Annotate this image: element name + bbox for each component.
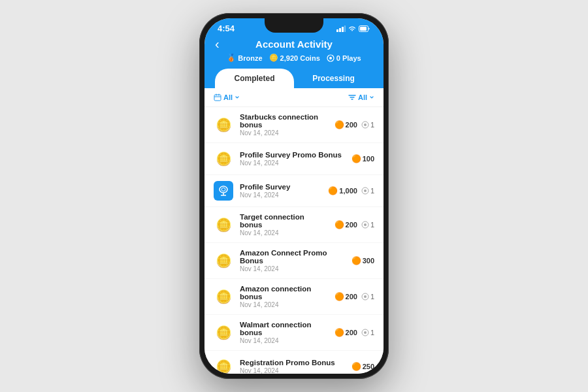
coins-reward: 🟠 200 [335, 220, 357, 229]
item-details: Registration Promo Bonus Nov 14, 2024 [240, 359, 345, 374]
coins-icon: 🪙 [269, 54, 278, 62]
plays-reward: 1 [361, 187, 374, 195]
item-details: Walmart connection bonus Nov 14, 2024 [240, 321, 328, 344]
svg-point-13 [364, 123, 367, 126]
item-details: Starbucks connection bonus Nov 14, 2024 [240, 113, 328, 137]
activity-item-6: 🪙 Amazon connection bonus Nov 14, 2024 🟠… [204, 279, 384, 315]
svg-rect-5 [360, 27, 367, 31]
coins-amount: 100 [363, 155, 374, 163]
item-date: Nov 14, 2024 [240, 301, 328, 308]
calendar-icon [214, 93, 221, 101]
item-rewards: 🟠 250 [351, 362, 374, 371]
plays-stat: 0 Plays [327, 54, 361, 62]
item-rewards: 🟠 300 [351, 256, 374, 265]
item-name: Profile Survey Promo Bonus [240, 151, 345, 159]
svg-rect-0 [336, 29, 338, 32]
header: ‹ Account Activity 🥉 Bronze 🪙 2,920 Coin… [204, 36, 384, 69]
coins-reward: 🟠 100 [351, 154, 374, 163]
plays-reward: 1 [361, 221, 374, 229]
item-date: Nov 14, 2024 [240, 265, 345, 272]
tabs-container: Completed Processing [204, 69, 384, 88]
coin-icon: 🟠 [351, 154, 361, 163]
play-circle-icon [361, 121, 369, 129]
activity-list: 🪙 Starbucks connection bonus Nov 14, 202… [204, 107, 384, 374]
item-name: Target connection bonus [240, 213, 328, 229]
coins-reward: 🟠 250 [351, 362, 374, 371]
plays-value: 0 Plays [336, 54, 361, 62]
phone-notch [265, 18, 323, 33]
coin-icon: 🟠 [335, 328, 344, 337]
content-area[interactable]: All All 🪙 Sta [204, 88, 384, 374]
plays-count: 1 [370, 329, 374, 336]
item-rewards: 🟠 100 [351, 154, 374, 163]
coins-amount: 1,000 [339, 187, 357, 195]
item-date: Nov 14, 2024 [240, 191, 321, 199]
tab-processing[interactable]: Processing [294, 69, 373, 88]
coins-value: 2,920 Coins [280, 54, 320, 62]
coins-amount: 200 [346, 329, 357, 336]
svg-rect-8 [214, 95, 221, 101]
item-rewards: 🟠 1,000 1 [328, 186, 374, 195]
status-icons [336, 25, 370, 32]
tier-stat: 🥉 Bronze [227, 54, 262, 62]
filter-bar: All All [204, 88, 384, 107]
svg-rect-3 [344, 25, 346, 32]
coin-icon: 🟠 [335, 292, 344, 301]
item-details: Profile Survey Nov 14, 2024 [240, 183, 321, 199]
cloud-icon: 🪙 [214, 323, 233, 342]
tab-completed[interactable]: Completed [215, 69, 294, 88]
type-filter[interactable]: All [348, 93, 374, 101]
plays-count: 1 [370, 221, 374, 229]
item-date: Nov 14, 2024 [240, 129, 328, 137]
svg-rect-10 [216, 94, 217, 96]
cloud-icon: 🪙 [214, 251, 233, 270]
phone-frame: 4:54 [199, 13, 389, 379]
item-rewards: 🟠 200 1 [335, 292, 374, 301]
play-circle-icon [361, 293, 369, 301]
coin-icon: 🟠 [335, 120, 344, 129]
plays-count: 1 [370, 121, 374, 129]
plays-count: 1 [370, 293, 374, 301]
plays-reward: 1 [361, 329, 374, 336]
activity-item-8: 🪙 Registration Promo Bonus Nov 14, 2024 … [204, 351, 384, 374]
item-rewards: 🟠 200 1 [335, 220, 374, 229]
coins-amount: 200 [346, 221, 357, 229]
date-chevron-icon [235, 95, 240, 100]
svg-rect-2 [342, 27, 344, 32]
item-name: Registration Promo Bonus [240, 359, 345, 367]
page-title: Account Activity [255, 39, 333, 50]
item-details: Amazon connection bonus Nov 14, 2024 [240, 285, 328, 308]
coins-stat: 🪙 2,920 Coins [269, 54, 320, 62]
coins-reward: 🟠 200 [335, 292, 357, 301]
header-stats: 🥉 Bronze 🪙 2,920 Coins 0 Plays [227, 54, 361, 62]
coin-icon: 🟠 [351, 362, 361, 371]
coins-amount: 250 [363, 363, 374, 370]
activity-item-4: 🪙 Target connection bonus Nov 14, 2024 🟠… [204, 207, 384, 243]
back-button[interactable]: ‹ [215, 37, 220, 52]
tier-label: Bronze [238, 54, 262, 62]
svg-point-21 [364, 223, 367, 226]
item-date: Nov 14, 2024 [240, 367, 345, 374]
item-name: Profile Survey [240, 183, 321, 191]
coins-reward: 🟠 1,000 [328, 186, 357, 195]
svg-rect-11 [219, 94, 220, 96]
svg-rect-1 [339, 28, 341, 32]
cloud-icon: 🪙 [214, 357, 233, 374]
item-details: Target connection bonus Nov 14, 2024 [240, 213, 328, 237]
activity-item-3: Profile Survey Nov 14, 2024 🟠 1,000 1 [204, 175, 384, 207]
play-circle-icon [361, 329, 369, 336]
item-rewards: 🟠 200 1 [335, 328, 374, 337]
item-rewards: 🟠 200 1 [335, 120, 374, 129]
plays-count: 1 [370, 187, 374, 195]
type-filter-label: All [358, 93, 367, 101]
svg-point-19 [364, 189, 367, 192]
coins-amount: 200 [346, 121, 357, 129]
date-filter-label: All [223, 93, 233, 101]
svg-point-14 [220, 186, 227, 193]
tier-icon: 🥉 [227, 54, 236, 62]
plays-reward: 1 [361, 293, 374, 301]
date-filter[interactable]: All [214, 93, 240, 101]
plays-reward: 1 [361, 121, 374, 129]
cloud-icon: 🪙 [214, 115, 233, 135]
coin-icon: 🟠 [335, 220, 344, 229]
